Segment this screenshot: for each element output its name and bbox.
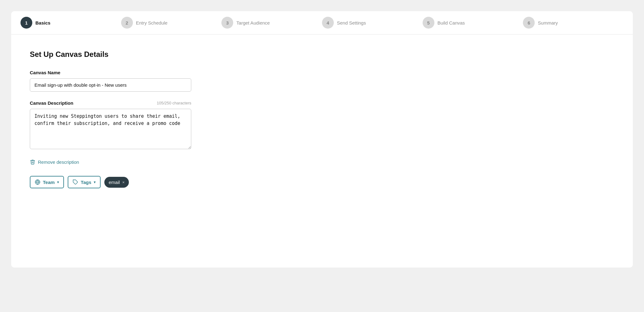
canvas-description-textarea[interactable]: Inviting new Steppington users to share … xyxy=(30,109,191,149)
canvas-name-input[interactable] xyxy=(30,78,191,92)
step-circle-2: 2 xyxy=(121,17,133,29)
step-circle-4: 4 xyxy=(322,17,334,29)
remove-description-button[interactable]: Remove description xyxy=(30,159,79,165)
tag-chip-label: email xyxy=(109,180,120,185)
tags-row: Team ▾ Tags ▾ email × xyxy=(30,176,614,188)
canvas-name-group: Canvas Name xyxy=(30,70,614,92)
description-header: Canvas Description 105/250 characters xyxy=(30,100,191,106)
team-dropdown-arrow: ▾ xyxy=(57,180,59,184)
tag-chip-close-button[interactable]: × xyxy=(122,180,125,184)
step-label-5: Build Canvas xyxy=(438,20,465,25)
tags-dropdown-button[interactable]: Tags ▾ xyxy=(68,176,101,188)
step-circle-6: 6 xyxy=(523,17,535,29)
email-tag-chip: email × xyxy=(104,177,129,188)
step-send-settings[interactable]: 4 Send Settings xyxy=(322,17,423,29)
canvas-name-label: Canvas Name xyxy=(30,70,614,75)
step-summary[interactable]: 6 Summary xyxy=(523,17,624,29)
step-circle-3: 3 xyxy=(221,17,233,29)
canvas-description-label: Canvas Description xyxy=(30,100,73,106)
globe-icon xyxy=(35,179,40,185)
step-label-3: Target Audience xyxy=(236,20,270,25)
tags-dropdown-arrow: ▾ xyxy=(94,180,96,184)
main-card: Set Up Canvas Details Canvas Name Canvas… xyxy=(11,34,633,268)
tag-icon xyxy=(73,179,78,185)
step-label-6: Summary xyxy=(538,20,558,25)
step-circle-5: 5 xyxy=(423,17,434,29)
canvas-description-group: Canvas Description 105/250 characters In… xyxy=(30,100,614,150)
step-entry-schedule[interactable]: 2 Entry Schedule xyxy=(121,17,222,29)
step-target-audience[interactable]: 3 Target Audience xyxy=(221,17,322,29)
stepper: 1 Basics 2 Entry Schedule 3 Target Audie… xyxy=(11,11,633,34)
step-circle-1: 1 xyxy=(20,17,32,29)
tags-label: Tags xyxy=(81,180,91,185)
step-build-canvas[interactable]: 5 Build Canvas xyxy=(423,17,523,29)
step-label-4: Send Settings xyxy=(337,20,366,25)
step-label-1: Basics xyxy=(35,20,50,25)
team-label: Team xyxy=(43,180,55,185)
remove-description-label: Remove description xyxy=(38,159,79,165)
team-dropdown-button[interactable]: Team ▾ xyxy=(30,176,64,188)
page-title: Set Up Canvas Details xyxy=(30,50,614,59)
step-label-2: Entry Schedule xyxy=(136,20,168,25)
step-basics[interactable]: 1 Basics xyxy=(20,17,121,29)
trash-icon xyxy=(30,159,35,165)
char-count: 105/250 characters xyxy=(157,101,191,105)
